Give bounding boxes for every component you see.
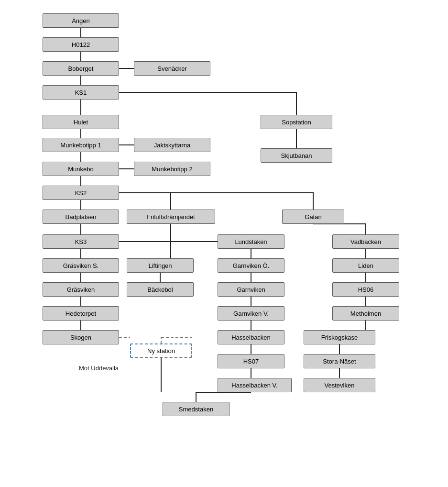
node-munkebotipp2[interactable]: Munkebotipp 2 (134, 162, 210, 176)
node-skjutbanan[interactable]: Skjutbanan (261, 148, 332, 163)
node-stora-naset[interactable]: Stora-Näset (304, 354, 375, 368)
node-munkebo[interactable]: Munkebo (43, 162, 119, 176)
node-vesteviken[interactable]: Vesteviken (304, 378, 375, 392)
node-hasselbacken[interactable]: Hasselbacken (218, 330, 284, 344)
node-svenacker[interactable]: Svenäcker (134, 61, 210, 76)
node-hedetorpet[interactable]: Hedetorpet (43, 306, 119, 321)
node-friskogskase[interactable]: Friskogskase (304, 330, 375, 344)
node-ks1[interactable]: KS1 (43, 85, 119, 100)
node-sopstation[interactable]: Sopstation (261, 115, 332, 129)
node-hs06[interactable]: HS06 (332, 282, 399, 297)
node-grasviken[interactable]: Gräsviken (43, 282, 119, 297)
node-liftingen[interactable]: Liftingen (127, 258, 194, 273)
node-backebol[interactable]: Bäckebol (127, 282, 194, 297)
node-metholmen[interactable]: Metholmen (332, 306, 399, 321)
text-mot-uddevalla: Mot Uddevalla (79, 365, 119, 372)
node-frilufts[interactable]: Friluftsfrämjandet (127, 210, 215, 224)
node-ny-station[interactable]: Ny station (130, 343, 192, 358)
node-munkebotipp1[interactable]: Munkebotipp 1 (43, 138, 119, 152)
node-hasselbacken-v[interactable]: Hasselbacken V. (218, 378, 292, 392)
node-jaktskyttarna[interactable]: Jaktskyttarna (134, 138, 210, 152)
node-badplatsen[interactable]: Badplatsen (43, 210, 119, 224)
node-hs07[interactable]: HS07 (218, 354, 284, 368)
node-angen[interactable]: Ängen (43, 13, 119, 28)
node-garnviken[interactable]: Garnviken (218, 282, 284, 297)
node-garnviken-o[interactable]: Garnviken Ö. (218, 258, 284, 273)
node-boberget[interactable]: Boberget (43, 61, 119, 76)
node-ks3[interactable]: KS3 (43, 234, 119, 249)
node-skogen[interactable]: Skogen (43, 330, 119, 344)
node-garnviken-v[interactable]: Garnviken V. (218, 306, 284, 321)
node-smedstaken[interactable]: Smedstaken (163, 402, 229, 416)
node-vadbacken[interactable]: Vadbacken (332, 234, 399, 249)
node-liden[interactable]: Liden (332, 258, 399, 273)
node-ks2[interactable]: KS2 (43, 186, 119, 200)
node-hulet[interactable]: Hulet (43, 115, 119, 129)
node-h0122[interactable]: H0122 (43, 37, 119, 52)
node-lundstaken[interactable]: Lundstaken (218, 234, 284, 249)
node-gatan[interactable]: Gatan (282, 210, 344, 224)
diagram: Ängen H0122 Boberget Svenäcker KS1 Hulet… (0, 0, 448, 487)
node-grasviken-s[interactable]: Gräsviken S. (43, 258, 119, 273)
